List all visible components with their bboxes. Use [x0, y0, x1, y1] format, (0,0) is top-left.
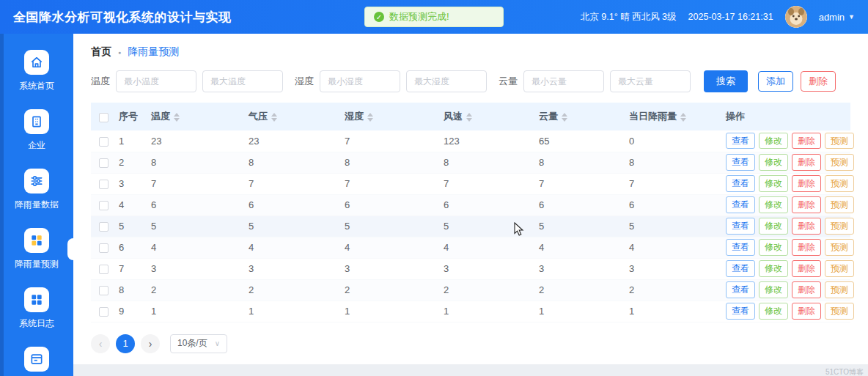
row-checkbox[interactable]: [99, 180, 108, 189]
predict-button[interactable]: 预测: [825, 133, 854, 149]
sort-icon[interactable]: [562, 113, 567, 122]
column-header[interactable]: 风速: [441, 103, 536, 130]
table-cell: 2: [148, 279, 246, 301]
sidebar-item-rainfall-data[interactable]: 降雨量数据: [0, 160, 73, 219]
column-header[interactable]: 当日降雨量: [626, 103, 723, 130]
sort-icon[interactable]: [680, 113, 686, 122]
table-cell: 3: [536, 258, 626, 279]
row-checkbox[interactable]: [99, 222, 108, 232]
column-header[interactable]: 温度: [148, 103, 246, 130]
edit-button[interactable]: 修改: [759, 303, 788, 319]
view-button[interactable]: 查看: [726, 239, 755, 255]
delete-button[interactable]: 删除: [801, 71, 836, 92]
breadcrumb-home[interactable]: 首页: [91, 45, 111, 59]
delete-button[interactable]: 删除: [792, 133, 821, 149]
delete-button[interactable]: 删除: [792, 260, 821, 276]
sidebar-item-profile[interactable]: 个人中心: [0, 338, 73, 376]
row-checkbox[interactable]: [99, 243, 108, 253]
sidebar-item-home[interactable]: 系统首页: [0, 41, 73, 100]
predict-button[interactable]: 预测: [825, 196, 854, 213]
delete-button[interactable]: 删除: [792, 196, 821, 213]
delete-button[interactable]: 删除: [792, 303, 821, 319]
table-cell: 4: [246, 237, 342, 258]
sort-icon[interactable]: [174, 113, 180, 122]
delete-button[interactable]: 删除: [792, 281, 821, 298]
view-button[interactable]: 查看: [726, 175, 755, 191]
view-button[interactable]: 查看: [726, 196, 755, 213]
view-button[interactable]: 查看: [726, 281, 755, 298]
table-cell: 5: [116, 215, 148, 237]
view-button[interactable]: 查看: [726, 218, 755, 234]
filter-min-input[interactable]: [523, 70, 604, 92]
add-button[interactable]: 添加: [758, 71, 793, 92]
table-cell: 7: [148, 173, 246, 194]
table-cell: 6: [116, 237, 148, 258]
edit-button[interactable]: 修改: [759, 218, 788, 234]
table-cell: 7: [342, 130, 441, 152]
view-button[interactable]: 查看: [726, 260, 755, 276]
search-button[interactable]: 搜索: [704, 70, 748, 92]
filter-max-input[interactable]: [610, 70, 691, 92]
view-button[interactable]: 查看: [726, 154, 755, 170]
predict-button[interactable]: 预测: [825, 218, 854, 234]
actions-cell: 查看修改删除预测: [723, 130, 850, 152]
filter-max-input[interactable]: [202, 70, 283, 92]
edit-button[interactable]: 修改: [759, 133, 788, 149]
page-title: 全国降水分析可视化系统的设计与实现: [13, 9, 232, 26]
predict-button[interactable]: 预测: [825, 260, 854, 276]
edit-button[interactable]: 修改: [759, 175, 788, 191]
select-all-checkbox[interactable]: [99, 113, 108, 122]
delete-button[interactable]: 删除: [792, 218, 821, 234]
sort-icon[interactable]: [271, 113, 277, 122]
edit-button[interactable]: 修改: [759, 281, 788, 298]
avatar[interactable]: [785, 6, 807, 28]
table-cell: 5: [536, 215, 626, 237]
prev-page-button[interactable]: ‹: [91, 334, 110, 353]
edit-button[interactable]: 修改: [759, 239, 788, 255]
column-header[interactable]: 云量: [536, 103, 626, 130]
column-header[interactable]: 气压: [246, 103, 342, 130]
table-cell: 1: [246, 301, 342, 322]
filter-max-input[interactable]: [406, 70, 487, 92]
filter-min-input[interactable]: [320, 70, 400, 92]
predict-button[interactable]: 预测: [825, 239, 854, 255]
sidebar-item-system-log[interactable]: 系统日志: [0, 279, 73, 338]
row-checkbox[interactable]: [99, 201, 108, 210]
table-cell: 4: [441, 237, 536, 258]
sort-icon[interactable]: [367, 113, 373, 122]
table-body: 123237123650查看修改删除预测2888888查看修改删除预测37777…: [91, 130, 850, 322]
view-button[interactable]: 查看: [726, 303, 755, 319]
table-cell: 6: [441, 194, 536, 215]
username: admin: [819, 12, 845, 23]
column-header-label: 湿度: [345, 111, 364, 122]
delete-button[interactable]: 删除: [792, 239, 821, 255]
page-1-button[interactable]: 1: [116, 334, 135, 353]
footer: 51CTO博客: [73, 364, 868, 376]
user-menu[interactable]: admin ▼: [819, 12, 855, 23]
table-row: 123237123650查看修改删除预测: [91, 130, 850, 152]
predict-button[interactable]: 预测: [825, 303, 854, 319]
row-checkbox[interactable]: [99, 265, 108, 274]
predict-button[interactable]: 预测: [825, 175, 854, 191]
edit-button[interactable]: 修改: [759, 154, 788, 170]
table-cell: 3: [342, 258, 441, 279]
page-size-select[interactable]: 10条/页 ∨: [170, 334, 227, 353]
predict-button[interactable]: 预测: [825, 281, 854, 298]
next-page-button[interactable]: ›: [141, 334, 160, 353]
sort-icon[interactable]: [466, 113, 472, 122]
row-checkbox[interactable]: [99, 286, 108, 295]
filter-min-input[interactable]: [116, 70, 196, 92]
sidebar-item-rainfall-forecast[interactable]: 降雨量预测: [0, 219, 73, 279]
edit-button[interactable]: 修改: [759, 196, 788, 213]
row-checkbox[interactable]: [99, 137, 108, 147]
row-checkbox[interactable]: [99, 158, 108, 168]
delete-button[interactable]: 删除: [792, 175, 821, 191]
edit-button[interactable]: 修改: [759, 260, 788, 276]
sidebar-item-enterprise[interactable]: 企业: [0, 100, 73, 160]
view-button[interactable]: 查看: [726, 133, 755, 149]
row-checkbox[interactable]: [99, 307, 108, 317]
predict-button[interactable]: 预测: [825, 154, 854, 170]
delete-button[interactable]: 删除: [792, 154, 821, 170]
filter-group: 云量: [499, 70, 691, 92]
column-header[interactable]: 湿度: [342, 103, 441, 130]
